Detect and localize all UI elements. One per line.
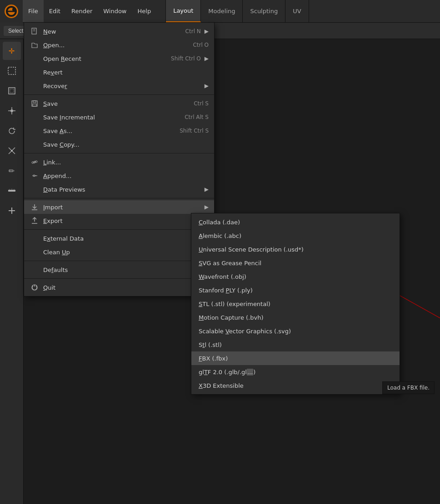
import-stl[interactable]: Stl (.stl) [191,338,400,351]
file-open-recent-arrow: ▶ [205,55,209,62]
svg-rect-16 [11,150,13,152]
file-clean-up[interactable]: Clean Up ▶ [24,245,214,259]
file-quit-label: Quit [43,284,185,291]
file-data-previews-label: Data Previews [43,186,201,193]
annotate-icon[interactable]: ✏ [3,162,21,180]
import-x3d[interactable]: X3D Extensible [191,379,400,392]
file-save[interactable]: Save Ctrl S [24,97,214,110]
menu-help[interactable]: Help [132,0,157,22]
save-incremental-icon [30,112,40,122]
svg-line-12 [9,148,11,150]
file-new[interactable]: New Ctrl N ▶ [24,25,214,38]
import-stl-label: Stl (.stl) [199,341,222,348]
file-menu-section-4: Import ▶ Export ▶ [24,198,214,229]
file-revert[interactable]: Revert [24,65,214,79]
import-motion-capture-label: Motion Capture (.bvh) [199,314,264,321]
file-open[interactable]: Open... Ctrl O [24,38,214,52]
rotate-icon[interactable] [3,122,21,140]
import-wavefront[interactable]: Wavefront (.obj) [191,270,400,283]
import-svg-grease[interactable]: SVG as Grease Pencil [191,256,400,270]
tab-layout[interactable]: Layout [166,0,201,22]
file-defaults-label: Defaults [43,267,201,273]
file-save-label: Save [43,100,186,107]
file-open-recent[interactable]: Open Recent Shift Ctrl O ▶ [24,52,214,65]
top-menubar: File Edit Render Window Help Layout Mode… [0,0,440,23]
file-recover[interactable]: Recover ▶ [24,79,214,93]
file-import[interactable]: Import ▶ [24,200,214,214]
new-icon [30,26,40,36]
import-alembic[interactable]: Alembic (.abc) [191,229,400,242]
file-new-arrow: ▶ [205,28,209,35]
fbx-tooltip: Load a FBX file. [382,381,435,394]
file-external-data-label: External Data [43,235,201,242]
file-link[interactable]: Link... [24,155,214,169]
import-gltf[interactable]: glTF 2.0 (.glb/.gl...) [191,365,400,379]
add-object-icon[interactable] [3,202,21,220]
cursor-tool-icon[interactable]: ✛ [3,42,21,60]
scale-icon[interactable] [3,142,21,160]
file-save-as[interactable]: Save As... Shift Ctrl S [24,124,214,138]
file-new-shortcut: Ctrl N [185,28,201,35]
import-usd[interactable]: Universal Scene Description (.usd*) [191,242,400,256]
import-ply[interactable]: Stanford PLY (.ply) [191,283,400,297]
tab-sculpting[interactable]: Sculpting [243,0,285,22]
file-import-label: Import [43,204,201,211]
import-stl-exp-label: STL (.stl) (experimental) [199,301,270,307]
file-save-as-shortcut: Shift Ctrl S [180,128,209,134]
left-sidebar: ✛ ✏ [0,39,24,504]
append-icon [30,171,40,181]
file-export[interactable]: Export ▶ [24,214,214,227]
import-scalable-svg[interactable]: Scalable Vector Graphics (.svg) [191,324,400,338]
transform-icon[interactable] [3,102,21,120]
file-quit[interactable]: Quit Ctrl Q [24,281,214,294]
import-stl-exp[interactable]: STL (.stl) (experimental) [191,297,400,311]
file-append-label: Append... [43,173,209,179]
defaults-icon [30,265,40,275]
menu-file[interactable]: File [23,0,44,22]
file-append[interactable]: Append... [24,169,214,183]
file-clean-up-label: Clean Up [43,249,201,256]
menu-render[interactable]: Render [66,0,98,22]
file-data-previews-arrow: ▶ [205,186,209,193]
svg-rect-29 [33,104,36,106]
import-icon [30,202,40,212]
file-defaults[interactable]: Defaults ▶ [24,263,214,277]
open-recent-icon [30,54,40,64]
select-box-icon[interactable] [3,62,21,80]
svg-rect-4 [8,67,15,74]
file-save-incremental-label: Save Incremental [43,114,177,121]
file-menu-section-3: Link... Append... Data Previews ▶ [24,153,214,198]
save-copy-icon [30,139,40,149]
import-scalable-svg-label: Scalable Vector Graphics (.svg) [199,328,291,335]
tab-uv[interactable]: UV [285,0,309,22]
svg-rect-5 [9,88,15,94]
import-svg-grease-label: SVG as Grease Pencil [199,260,261,267]
tab-modeling[interactable]: Modeling [201,0,243,22]
import-x3d-label: X3D Extensible [199,382,244,389]
file-save-incremental[interactable]: Save Incremental Ctrl Alt S [24,110,214,124]
svg-rect-6 [10,89,14,93]
measure-icon[interactable] [3,182,21,200]
file-menu-section-5: External Data ▶ Clean Up ▶ [24,229,214,261]
import-motion-capture[interactable]: Motion Capture (.bvh) [191,311,400,324]
select-circle-icon[interactable] [3,82,21,100]
import-fbx[interactable]: FBX (.fbx) [191,351,400,365]
import-wavefront-label: Wavefront (.obj) [199,273,246,280]
svg-rect-17 [8,190,15,192]
file-save-copy[interactable]: Save Copy... [24,138,214,151]
svg-rect-28 [33,101,36,103]
file-save-as-label: Save As... [43,128,172,134]
revert-icon [30,67,40,77]
blender-logo[interactable] [0,0,23,23]
menu-edit[interactable]: Edit [44,0,66,22]
menu-window[interactable]: Window [98,0,132,22]
import-collada-label: Collada (.dae) [199,219,240,226]
import-collada[interactable]: Collada (.dae) [191,215,400,229]
recover-icon [30,81,40,91]
file-menu-section-6: Defaults ▶ [24,261,214,278]
import-fbx-label: FBX (.fbx) [199,355,228,362]
data-previews-icon [30,184,40,194]
svg-point-7 [10,109,13,112]
file-external-data[interactable]: External Data ▶ [24,232,214,245]
file-data-previews[interactable]: Data Previews ▶ [24,183,214,196]
